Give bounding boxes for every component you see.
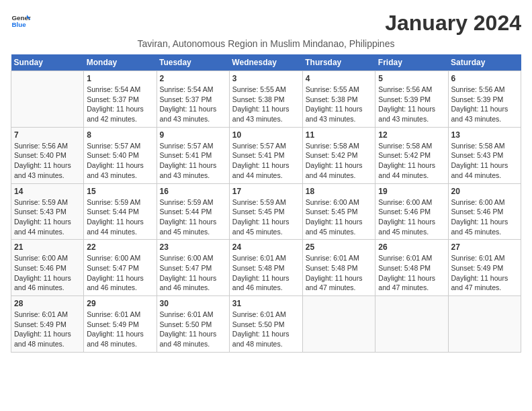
day-number: 18 — [306, 187, 373, 196]
calendar-cell — [375, 296, 448, 353]
calendar-cell: 22Sunrise: 6:00 AMSunset: 5:47 PMDayligh… — [84, 240, 157, 296]
day-detail: Sunrise: 5:59 AMSunset: 5:44 PMDaylight:… — [87, 197, 153, 237]
calendar-cell: 16Sunrise: 5:59 AMSunset: 5:44 PMDayligh… — [157, 183, 229, 240]
day-number: 29 — [87, 299, 153, 308]
calendar-cell: 29Sunrise: 6:01 AMSunset: 5:49 PMDayligh… — [84, 296, 157, 353]
day-detail: Sunrise: 6:00 AMSunset: 5:46 PMDaylight:… — [451, 197, 519, 237]
calendar-cell: 23Sunrise: 6:00 AMSunset: 5:47 PMDayligh… — [157, 240, 229, 296]
day-detail: Sunrise: 5:57 AMSunset: 5:40 PMDaylight:… — [87, 141, 153, 181]
day-number: 20 — [451, 187, 519, 196]
day-detail: Sunrise: 5:56 AMSunset: 5:40 PMDaylight:… — [14, 141, 81, 181]
day-number: 13 — [451, 130, 519, 140]
day-number: 9 — [160, 130, 226, 140]
week-row-2: 7Sunrise: 5:56 AMSunset: 5:40 PMDaylight… — [11, 127, 521, 183]
week-row-1: 1Sunrise: 5:54 AMSunset: 5:37 PMDaylight… — [11, 71, 521, 128]
calendar-cell: 21Sunrise: 6:00 AMSunset: 5:46 PMDayligh… — [11, 240, 84, 296]
day-number: 19 — [378, 187, 445, 196]
day-detail: Sunrise: 6:01 AMSunset: 5:50 PMDaylight:… — [232, 310, 300, 349]
calendar-cell: 26Sunrise: 6:01 AMSunset: 5:48 PMDayligh… — [375, 240, 448, 296]
day-number: 7 — [14, 130, 81, 140]
day-number: 2 — [160, 74, 226, 83]
day-detail: Sunrise: 6:01 AMSunset: 5:48 PMDaylight:… — [306, 253, 373, 293]
calendar-cell: 31Sunrise: 6:01 AMSunset: 5:50 PMDayligh… — [229, 296, 302, 353]
day-number: 11 — [306, 130, 373, 140]
calendar-cell: 24Sunrise: 6:01 AMSunset: 5:48 PMDayligh… — [229, 240, 302, 296]
day-detail: Sunrise: 6:00 AMSunset: 5:47 PMDaylight:… — [87, 253, 153, 293]
calendar-cell — [448, 296, 521, 353]
weekday-header-wednesday: Wednesday — [229, 54, 302, 71]
day-detail: Sunrise: 5:54 AMSunset: 5:37 PMDaylight:… — [160, 85, 226, 124]
day-detail: Sunrise: 6:00 AMSunset: 5:45 PMDaylight:… — [306, 197, 373, 237]
day-detail: Sunrise: 6:01 AMSunset: 5:50 PMDaylight:… — [160, 310, 226, 349]
calendar-cell: 27Sunrise: 6:01 AMSunset: 5:49 PMDayligh… — [448, 240, 521, 296]
calendar-subtitle: Taviran, Autonomous Region in Muslim Min… — [11, 38, 521, 49]
calendar-cell: 6Sunrise: 5:56 AMSunset: 5:39 PMDaylight… — [448, 71, 521, 128]
page-header: General Blue January 2024 — [11, 11, 521, 36]
day-detail: Sunrise: 5:58 AMSunset: 5:42 PMDaylight:… — [306, 141, 373, 181]
calendar-cell: 14Sunrise: 5:59 AMSunset: 5:43 PMDayligh… — [11, 183, 84, 240]
week-row-4: 21Sunrise: 6:00 AMSunset: 5:46 PMDayligh… — [11, 240, 521, 296]
day-detail: Sunrise: 5:59 AMSunset: 5:43 PMDaylight:… — [14, 197, 81, 237]
day-detail: Sunrise: 6:01 AMSunset: 5:49 PMDaylight:… — [451, 253, 519, 293]
day-detail: Sunrise: 5:59 AMSunset: 5:44 PMDaylight:… — [160, 197, 226, 237]
day-number: 26 — [378, 242, 445, 252]
month-title: January 2024 — [385, 11, 521, 36]
day-detail: Sunrise: 5:55 AMSunset: 5:38 PMDaylight:… — [306, 85, 373, 124]
calendar-cell: 2Sunrise: 5:54 AMSunset: 5:37 PMDaylight… — [157, 71, 229, 128]
day-number: 12 — [378, 130, 445, 140]
calendar-cell: 11Sunrise: 5:58 AMSunset: 5:42 PMDayligh… — [302, 127, 375, 183]
weekday-header-friday: Friday — [375, 54, 448, 71]
day-detail: Sunrise: 5:55 AMSunset: 5:38 PMDaylight:… — [232, 85, 300, 124]
weekday-header-row: SundayMondayTuesdayWednesdayThursdayFrid… — [11, 54, 521, 71]
day-detail: Sunrise: 6:01 AMSunset: 5:48 PMDaylight:… — [378, 253, 445, 293]
day-number: 30 — [160, 299, 226, 308]
logo: General Blue — [11, 11, 31, 31]
logo-icon: General Blue — [11, 11, 31, 31]
weekday-header-sunday: Sunday — [11, 54, 84, 71]
calendar-cell — [302, 296, 375, 353]
calendar-cell: 30Sunrise: 6:01 AMSunset: 5:50 PMDayligh… — [157, 296, 229, 353]
weekday-header-saturday: Saturday — [448, 54, 521, 71]
calendar-cell: 12Sunrise: 5:58 AMSunset: 5:42 PMDayligh… — [375, 127, 448, 183]
day-number: 17 — [232, 187, 300, 196]
day-number: 27 — [451, 242, 519, 252]
calendar-cell: 5Sunrise: 5:56 AMSunset: 5:39 PMDaylight… — [375, 71, 448, 128]
day-number: 24 — [232, 242, 300, 252]
day-detail: Sunrise: 6:00 AMSunset: 5:47 PMDaylight:… — [160, 253, 226, 293]
day-detail: Sunrise: 5:56 AMSunset: 5:39 PMDaylight:… — [378, 85, 445, 124]
day-number: 4 — [306, 74, 373, 83]
day-detail: Sunrise: 6:01 AMSunset: 5:49 PMDaylight:… — [14, 310, 81, 349]
day-detail: Sunrise: 5:57 AMSunset: 5:41 PMDaylight:… — [232, 141, 300, 181]
weekday-header-thursday: Thursday — [302, 54, 375, 71]
weekday-header-tuesday: Tuesday — [157, 54, 229, 71]
day-number: 6 — [451, 74, 519, 83]
day-detail: Sunrise: 5:58 AMSunset: 5:43 PMDaylight:… — [451, 141, 519, 181]
calendar-cell: 20Sunrise: 6:00 AMSunset: 5:46 PMDayligh… — [448, 183, 521, 240]
day-number: 16 — [160, 187, 226, 196]
weekday-header-monday: Monday — [84, 54, 157, 71]
day-number: 15 — [87, 187, 153, 196]
day-number: 25 — [306, 242, 373, 252]
calendar-cell: 25Sunrise: 6:01 AMSunset: 5:48 PMDayligh… — [302, 240, 375, 296]
day-detail: Sunrise: 5:59 AMSunset: 5:45 PMDaylight:… — [232, 197, 300, 237]
calendar-cell: 10Sunrise: 5:57 AMSunset: 5:41 PMDayligh… — [229, 127, 302, 183]
calendar-cell: 18Sunrise: 6:00 AMSunset: 5:45 PMDayligh… — [302, 183, 375, 240]
calendar-cell: 28Sunrise: 6:01 AMSunset: 5:49 PMDayligh… — [11, 296, 84, 353]
calendar-cell — [11, 71, 84, 128]
day-number: 28 — [14, 299, 81, 308]
day-detail: Sunrise: 6:01 AMSunset: 5:49 PMDaylight:… — [87, 310, 153, 349]
week-row-5: 28Sunrise: 6:01 AMSunset: 5:49 PMDayligh… — [11, 296, 521, 353]
calendar-cell: 17Sunrise: 5:59 AMSunset: 5:45 PMDayligh… — [229, 183, 302, 240]
day-detail: Sunrise: 6:00 AMSunset: 5:46 PMDaylight:… — [14, 253, 81, 293]
calendar-cell: 1Sunrise: 5:54 AMSunset: 5:37 PMDaylight… — [84, 71, 157, 128]
day-detail: Sunrise: 6:01 AMSunset: 5:48 PMDaylight:… — [232, 253, 300, 293]
day-number: 21 — [14, 242, 81, 252]
day-number: 22 — [87, 242, 153, 252]
calendar-cell: 7Sunrise: 5:56 AMSunset: 5:40 PMDaylight… — [11, 127, 84, 183]
calendar-cell: 19Sunrise: 6:00 AMSunset: 5:46 PMDayligh… — [375, 183, 448, 240]
calendar-cell: 4Sunrise: 5:55 AMSunset: 5:38 PMDaylight… — [302, 71, 375, 128]
day-detail: Sunrise: 5:56 AMSunset: 5:39 PMDaylight:… — [451, 85, 519, 124]
calendar-cell: 15Sunrise: 5:59 AMSunset: 5:44 PMDayligh… — [84, 183, 157, 240]
week-row-3: 14Sunrise: 5:59 AMSunset: 5:43 PMDayligh… — [11, 183, 521, 240]
calendar-table: SundayMondayTuesdayWednesdayThursdayFrid… — [11, 54, 521, 353]
